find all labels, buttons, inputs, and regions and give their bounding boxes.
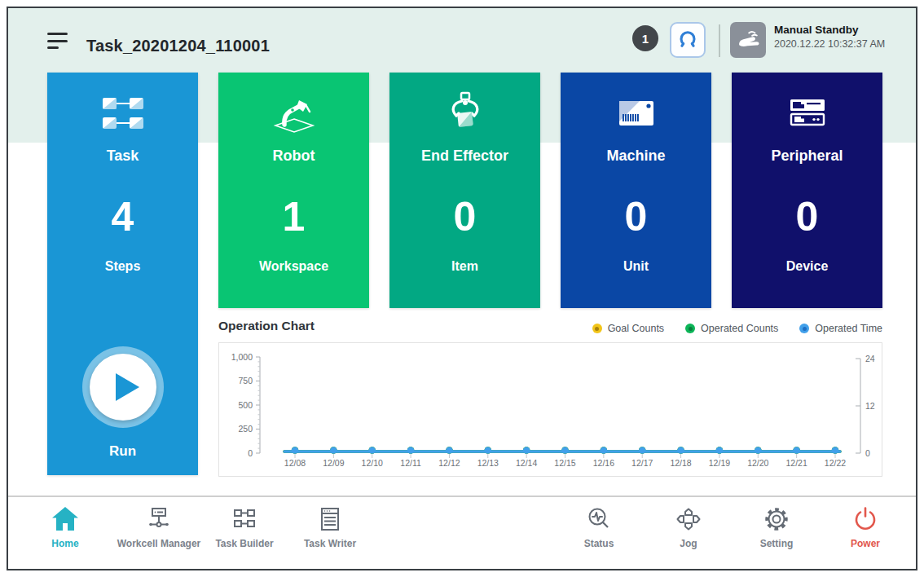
svg-text:12/09: 12/09	[323, 458, 344, 468]
nav-task-writer[interactable]: Task Writer	[273, 504, 387, 549]
peripheral-icon	[732, 89, 882, 138]
workcell-manager-icon	[143, 504, 174, 534]
robot-hmi-screen: Task_20201204_110001 1 Manual Standby 20…	[0, 0, 924, 577]
svg-text:12/11: 12/11	[400, 458, 421, 468]
svg-text:12/13: 12/13	[477, 458, 499, 468]
task-title: Task_20201204_110001	[86, 29, 270, 62]
nav-label: Task Builder	[215, 538, 273, 549]
gear-icon	[761, 504, 792, 534]
run-button[interactable]	[82, 346, 164, 428]
svg-text:12/19: 12/19	[709, 458, 730, 468]
operated-counts-dot-icon	[685, 324, 695, 333]
goal-counts-dot-icon	[592, 324, 602, 333]
task-icon	[47, 89, 198, 138]
jog-icon	[673, 504, 704, 534]
task-builder-icon	[229, 504, 260, 534]
datetime-label: 2020.12.22 10:32:37 AM	[774, 38, 885, 50]
card-peripheral[interactable]: Peripheral 0 Device	[732, 73, 882, 308]
card-unit: Steps	[47, 259, 198, 274]
svg-text:500: 500	[238, 400, 253, 410]
svg-text:12/08: 12/08	[284, 458, 306, 468]
svg-text:12/15: 12/15	[554, 458, 575, 468]
manual-mode-button[interactable]	[730, 22, 766, 58]
svg-text:12: 12	[865, 401, 875, 411]
card-unit: Workspace	[218, 259, 369, 274]
legend-label: Operated Counts	[701, 323, 778, 334]
gripper-icon	[676, 29, 699, 51]
card-title: End Effector	[389, 148, 540, 165]
operation-chart-title: Operation Chart	[218, 319, 315, 333]
nav-power[interactable]: Power	[808, 504, 917, 549]
run-label: Run	[47, 443, 198, 460]
home-icon	[50, 504, 81, 534]
svg-text:12/16: 12/16	[593, 458, 614, 468]
nav-label: Power	[851, 538, 880, 549]
menu-line	[47, 33, 68, 35]
card-robot[interactable]: Robot 1 Workspace	[218, 73, 369, 308]
svg-text:12/14: 12/14	[516, 458, 537, 468]
svg-text:12/22: 12/22	[825, 458, 846, 468]
chart-legend: Goal Counts Operated Counts Operated Tim…	[464, 323, 882, 334]
card-title: Peripheral	[732, 148, 882, 165]
header-divider	[719, 24, 720, 57]
run-button-core	[90, 354, 156, 421]
robot-arm-icon	[218, 89, 369, 138]
menu-button[interactable]	[47, 33, 70, 52]
menu-line	[47, 46, 59, 49]
svg-text:750: 750	[238, 376, 253, 385]
notification-badge: 1	[632, 25, 658, 51]
card-title: Machine	[561, 148, 711, 165]
nav-label: Jog	[680, 538, 697, 549]
operation-chart-plot: 1,000750500250012/0812/0912/1012/1112/12…	[219, 343, 882, 476]
card-value: 0	[561, 193, 711, 240]
legend-label: Operated Time	[815, 323, 882, 334]
svg-text:12/20: 12/20	[747, 458, 768, 468]
menu-line	[47, 40, 68, 42]
svg-text:12/12: 12/12	[438, 458, 460, 468]
card-title: Robot	[218, 148, 369, 165]
nav-label: Home	[51, 538, 78, 549]
nav-label: Task Writer	[304, 538, 356, 549]
task-writer-icon	[315, 504, 345, 534]
svg-text:24: 24	[865, 354, 875, 363]
operation-chart: 1,000750500250012/0812/0912/1012/1112/12…	[218, 342, 882, 477]
svg-text:12/18: 12/18	[670, 458, 691, 468]
legend-operated-counts: Operated Counts	[685, 323, 778, 334]
card-task[interactable]: Task 4 Steps Run	[47, 73, 198, 475]
card-title: Task	[47, 148, 198, 165]
legend-operated-time: Operated Time	[799, 323, 882, 334]
card-value: 0	[389, 193, 540, 240]
robot-status: Manual Standby 2020.12.22 10:32:37 AM	[774, 24, 885, 50]
card-unit: Item	[389, 259, 540, 274]
app-frame: Task_20201204_110001 1 Manual Standby 20…	[7, 7, 917, 570]
svg-text:12/17: 12/17	[631, 458, 653, 468]
svg-text:0: 0	[865, 448, 870, 458]
mode-status-label: Manual Standby	[774, 24, 885, 36]
power-icon	[850, 504, 881, 534]
operated-time-dot-icon	[799, 324, 809, 333]
card-unit: Device	[732, 259, 882, 274]
svg-text:1,000: 1,000	[231, 352, 253, 362]
status-icon	[583, 504, 614, 534]
nav-label: Setting	[760, 538, 794, 549]
svg-text:250: 250	[238, 424, 253, 434]
hand-icon	[735, 27, 761, 53]
svg-text:12/10: 12/10	[362, 458, 383, 468]
svg-text:0: 0	[248, 448, 253, 458]
card-value: 0	[732, 193, 882, 240]
nav-divider	[8, 496, 916, 497]
nav-label: Status	[584, 538, 614, 549]
card-value: 1	[218, 193, 369, 240]
end-effector-icon	[389, 89, 540, 138]
legend-label: Goal Counts	[608, 323, 664, 334]
card-value: 4	[47, 193, 198, 240]
card-machine[interactable]: Machine 0 Unit	[561, 73, 711, 308]
play-icon	[90, 354, 156, 421]
machine-icon	[561, 89, 711, 138]
card-end-effector[interactable]: End Effector 0 Item	[389, 73, 540, 308]
end-effector-tool-button[interactable]	[670, 22, 706, 58]
svg-text:12/21: 12/21	[786, 458, 807, 468]
card-unit: Unit	[561, 259, 711, 274]
legend-goal-counts: Goal Counts	[592, 323, 664, 334]
